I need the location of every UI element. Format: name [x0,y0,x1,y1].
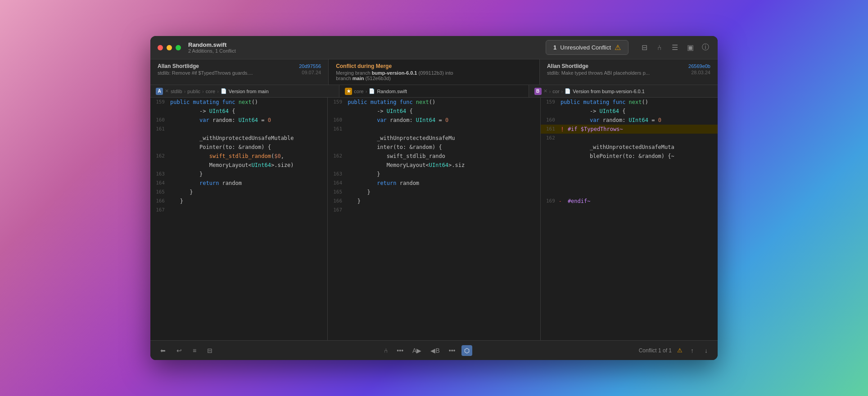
middle-path-section: ★ core › 📄 Random.swift [339,85,529,97]
middle-author-section: Conflict during Merge Merging branch bum… [329,59,540,85]
left-path-part1: stdlib [171,89,182,94]
table-row: 161 [150,125,327,134]
left-path-badge: A [156,88,163,95]
table-row: 166 } [150,197,327,206]
left-path-section: A ✕ stdlib › public › core › 📄 Version f… [150,85,339,97]
indent-button[interactable]: ⬅ [158,345,168,356]
left-path-part2: public [187,89,200,94]
middle-code-content[interactable]: 159 public mutating func next() -> UInt6… [328,98,540,340]
text-a-button[interactable]: A▶ [410,345,424,356]
table-row: 162 [541,134,718,143]
table-row: -> UInt64 { [541,107,718,116]
middle-path-part1: core [354,89,363,94]
right-code-content[interactable]: 159 public mutating func next() -> UInt6… [541,98,718,340]
author-bar: Allan Shortlidge 20d97556 stdlib: Remove… [150,59,718,85]
left-path-file-icon: 📄 [221,88,227,94]
conflict-title: Conflict during Merge [336,63,392,69]
bottom-center-tools: ⑃ ••• A▶ ◀B ••• ⬡ Toggle Base to B Compa… [215,345,638,356]
diff-minus-icon: - [559,197,566,206]
merge-hash2: (512e6b3d) [366,76,391,81]
table-row: inter(to: &random) { [328,143,540,152]
bottom-right-status: Conflict 1 of 1 ⚠ ↑ ↓ [639,345,710,356]
merge-desc-1: Merging branch [336,70,372,76]
table-row: 166 } [328,197,540,206]
right-path-part1: cor [552,89,559,94]
table-row: 159 public mutating func next() [541,98,718,107]
toggle-base-button[interactable]: ⬡ [461,345,472,356]
table-row: -> UInt64 { [328,107,540,116]
bottom-left-tools: ⬅ ↩ ≡ ⊟ [158,345,215,356]
path-bar: A ✕ stdlib › public › core › 📄 Version f… [150,85,718,98]
table-row: 167 [328,206,540,215]
right-author-name: Allan Shortlidge [547,63,588,69]
right-code-panel: 159 public mutating func next() -> UInt6… [541,98,718,340]
table-row: MemoryLayout<UInt64>.siz [328,161,540,170]
table-row: 164 return random [328,179,540,188]
conflict-line: 161 ! #if $TypedThrows~ [541,125,718,134]
columns-view-button[interactable]: ⊟ [204,345,215,356]
table-row: Pointer(to: &random) { [150,143,327,152]
ellipsis-2-button[interactable]: ••• [446,345,458,356]
left-author-hash: 20d97556 [299,63,321,69]
table-row: 160 var random: UInt64 = 0 [150,116,327,125]
conflict-badge: 1 Unresolved Conflict ⚠ [546,40,628,55]
conflict-marker-icon: ! [561,126,564,133]
list-view-button[interactable]: ≡ [190,345,199,356]
table-row: 160 var random: UInt64 = 0 [541,116,718,125]
list-button[interactable]: ☰ [670,43,680,53]
toolbar-right: ⊟ ⑃ ☰ ▣ ⓘ [639,43,710,53]
merge-left-button[interactable]: ↩ [174,345,185,356]
left-author-name: Allan Shortlidge [158,63,199,69]
branch-button[interactable]: ⑃ [655,43,665,53]
conflict-count: 1 [553,44,556,51]
toggle-base-wrapper: ⬡ Toggle Base to B Comparison [461,346,472,355]
right-path-badge: B [534,88,542,95]
right-author-date: 28.03.24 [691,70,710,75]
main-window: Random.swift 2 Additions, 1 Conflict 1 U… [150,36,718,360]
table-row: 167 [150,206,327,215]
file-name: Random.swift [188,41,236,48]
table-row: 159 public mutating func next() [150,98,327,107]
close-button[interactable] [158,45,163,50]
table-row: -> UInt64 { [150,107,327,116]
table-row: _withUnprotectedUnsafeMutable [150,134,327,143]
info-button[interactable]: ⓘ [701,43,710,53]
file-subtitle: 2 Additions, 1 Conflict [188,48,236,54]
main-content: 159 public mutating func next() -> UInt6… [150,98,718,340]
right-path-version: Version from bump-version-6.0.1 [573,89,645,94]
conflict-desc: Merging branch bump-version-6.0.1 (09911… [336,70,532,81]
next-conflict-button[interactable]: ↓ [702,345,710,356]
middle-code-panel: 159 public mutating func next() -> UInt6… [328,98,541,340]
file-info: Random.swift 2 Additions, 1 Conflict [188,41,236,54]
table-row [541,161,718,170]
left-code-panel: 159 public mutating func next() -> UInt6… [150,98,328,340]
table-row: 161 [328,125,540,134]
branch-center-button[interactable]: ⑃ [381,345,390,356]
table-row: 169 - #endif~ [541,197,718,206]
left-author-desc: stdlib: Remove #if $TypedThrows guards..… [158,70,253,76]
merge-desc-2: branch [336,76,353,81]
merge-branch1: bump-version-6.0.1 [372,70,417,76]
maximize-button[interactable] [176,45,181,50]
warning-icon: ⚠ [615,43,621,52]
bottom-bar: ⬅ ↩ ≡ ⊟ ⑃ ••• A▶ ◀B ••• ⬡ Toggle Base to… [150,340,718,360]
table-row: 162 swift_stdlib_random($0, [150,152,327,161]
minimize-button[interactable] [167,45,172,50]
columns-button[interactable]: ⊟ [639,43,649,53]
middle-path-filename: Random.swift [377,89,407,94]
table-row: 159 public mutating func next() [328,98,540,107]
merge-branch2: main [353,76,364,81]
middle-path-file-icon: 📄 [369,88,375,94]
conflict-status-text: Conflict 1 of 1 [639,347,672,354]
panel-button[interactable]: ▣ [685,43,695,53]
table-row: 165 } [150,188,327,197]
titlebar: Random.swift 2 Additions, 1 Conflict 1 U… [150,36,718,59]
conflict-label: Unresolved Conflict [560,44,611,51]
ellipsis-1-button[interactable]: ••• [394,345,406,356]
left-path-version: Version from main [229,89,269,94]
text-b-button[interactable]: ◀B [428,345,442,356]
left-code-content[interactable]: 159 public mutating func next() -> UInt6… [150,98,327,340]
table-row: _withUnprotectedUnsafeMuta [541,143,718,152]
prev-conflict-button[interactable]: ↑ [688,345,696,356]
table-row: MemoryLayout<UInt64>.size) [150,161,327,170]
